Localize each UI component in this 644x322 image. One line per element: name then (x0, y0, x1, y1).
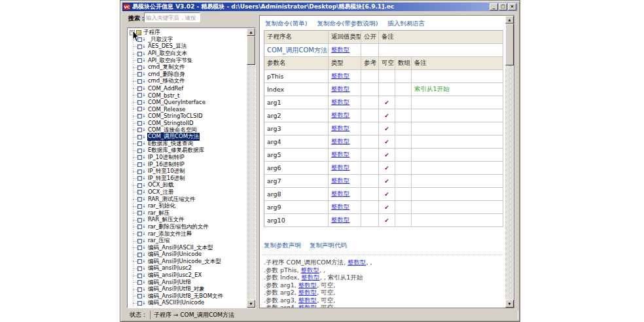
code-type-link[interactable]: 整数型 (301, 266, 320, 274)
tree-scrollbar[interactable] (247, 28, 255, 308)
down-arrow-icon (142, 79, 146, 84)
code-text: .参数 Index, (264, 274, 301, 281)
param-row: arg9 整数型 ✔ (264, 201, 503, 214)
tree-item[interactable]: OCX_卸载 (128, 182, 246, 189)
param-type-link[interactable]: 整数型 (331, 98, 350, 107)
tree-item[interactable]: cmd_移动文件 (128, 78, 246, 85)
copy-command-simple-link[interactable]: 复制命令(简单) (265, 20, 307, 28)
down-arrow-icon (142, 58, 146, 63)
insert-to-elang-link[interactable]: 插入到易语言 (387, 20, 425, 28)
return-type-link[interactable]: 整数型 (331, 46, 350, 54)
nullable-check-icon: ✔ (379, 149, 395, 162)
tree-item[interactable]: IP_16进制转IP (128, 161, 246, 168)
panel-scrollbar[interactable] (505, 16, 514, 308)
command-toolbar: 复制命令(简单) 复制命令(带参数说明) 插入到易语言 (265, 20, 425, 28)
panel-scrollbar-thumb[interactable] (505, 24, 514, 65)
tree-branch-line (133, 276, 137, 276)
tree-branch-line (133, 247, 137, 248)
tree-item[interactable]: COM_StringToCLSID (128, 113, 246, 120)
tree-item[interactable]: cmd_删除自身 (128, 71, 246, 79)
param-type-cell: 整数型 (329, 201, 361, 214)
panel-scroll-down-icon[interactable] (505, 300, 514, 308)
param-type-link[interactable]: 整数型 (331, 85, 350, 94)
down-arrow-icon (142, 170, 146, 174)
param-byref (361, 109, 379, 122)
down-arrow-icon (142, 135, 146, 139)
param-type-link[interactable]: 整数型 (331, 164, 350, 172)
down-arrow-icon (142, 114, 146, 118)
code-line: .参数 arg2, 整数型, 可空, (264, 289, 372, 296)
maximize-button[interactable]: □ (499, 3, 507, 10)
tree-item-label: COM_AddRef (147, 85, 184, 92)
collapse-icon[interactable]: − (130, 30, 135, 35)
panel-scroll-up-icon[interactable] (505, 16, 514, 24)
tree-item[interactable]: rar_初始化 (128, 203, 246, 210)
code-type-link[interactable]: 整数型 (298, 289, 317, 296)
copy-param-declaration-link[interactable]: 复制参数声明 (264, 241, 301, 250)
param-type-link[interactable]: 整数型 (331, 124, 350, 133)
param-type-link[interactable]: 整数型 (331, 72, 350, 80)
tree-item[interactable]: rar_解压 (128, 209, 246, 217)
scroll-up-icon[interactable] (247, 28, 255, 36)
close-button[interactable]: × (508, 3, 516, 10)
search-input[interactable] (144, 12, 200, 22)
nullable-check-icon: ✔ (379, 122, 395, 135)
tree-item[interactable]: COM_AddRef (128, 85, 246, 92)
tree-item[interactable]: COM_Release (128, 106, 246, 113)
tree-item[interactable]: COM_QueryInterface (128, 99, 246, 106)
app-icon: VC (124, 4, 130, 10)
tree-item[interactable]: RAR_测试压缩文件 (128, 196, 246, 203)
tree-item[interactable]: IP_转至10进制 (128, 168, 246, 175)
param-name: Index (264, 83, 329, 96)
tree-item[interactable]: IP_10进制转IP (128, 154, 246, 162)
detail-panel: 复制命令(简单) 复制命令(带参数说明) 插入到易语言 子程序名 返回值类型 公… (259, 15, 514, 308)
param-type-link[interactable]: 整数型 (331, 203, 350, 211)
down-arrow-icon (142, 128, 146, 132)
tree-branch-line (133, 261, 137, 262)
param-type-cell: 整数型 (329, 109, 361, 122)
minimize-button[interactable]: _ (490, 3, 498, 10)
tree-item[interactable]: E数据库_修复易数据库 (128, 147, 246, 154)
subroutine-icon (137, 93, 142, 98)
tree-branch-line (133, 74, 137, 75)
tree-item[interactable]: rar_添加文件注释 (128, 230, 246, 238)
tree-root[interactable]: − 子程序 (128, 29, 246, 37)
subroutine-icon (137, 280, 142, 285)
param-type-link[interactable]: 整数型 (331, 137, 350, 146)
code-type-link[interactable]: 整数型 (298, 281, 317, 289)
param-type-link[interactable]: 整数型 (331, 151, 350, 159)
param-rows: pThis 整数型 Index 整数型 索引从1开始 (264, 70, 503, 227)
tree-item[interactable]: COM_bstr_t (128, 92, 246, 99)
subroutine-icon (137, 128, 142, 132)
down-arrow-icon (142, 162, 146, 167)
tree-item[interactable]: 编码_ASCII到Unicode (128, 300, 246, 307)
param-type-link[interactable]: 整数型 (331, 177, 350, 185)
code-text: .参数 arg4, (264, 304, 298, 308)
code-type-link[interactable]: 整数型 (301, 274, 320, 281)
copy-declaration-code-link[interactable]: 复制声明代码 (310, 241, 347, 250)
param-type-link[interactable]: 整数型 (331, 111, 350, 120)
param-note (412, 149, 503, 162)
tree-branch-line (133, 95, 137, 96)
tree-item[interactable]: API_取空白字节集 (128, 57, 246, 64)
tree-branch-line (133, 282, 137, 283)
down-arrow-icon (142, 107, 146, 111)
down-arrow-icon (142, 190, 146, 194)
subroutine-name[interactable]: COM_调用COM方法 (264, 44, 329, 57)
param-type-link[interactable]: 整数型 (331, 190, 350, 198)
code-type-link[interactable]: 整数型 (298, 296, 317, 304)
tree-scrollbar-thumb[interactable] (247, 36, 255, 65)
param-type-link[interactable]: 整数型 (331, 216, 350, 224)
tree-branch-line (133, 296, 137, 296)
subroutine-icon (137, 149, 142, 153)
code-type-link[interactable]: 整数型 (348, 259, 367, 266)
tree-item[interactable]: cmd_复制文件 (128, 64, 246, 71)
tree-item[interactable]: IP_转至16进制 (128, 175, 246, 182)
copy-command-with-params-link[interactable]: 复制命令(带参数说明) (317, 20, 378, 28)
scroll-down-icon[interactable] (247, 300, 255, 308)
code-type-link[interactable]: 整数型 (298, 304, 317, 308)
down-arrow-icon (142, 37, 146, 42)
subroutine-icon (137, 259, 142, 264)
param-type-cell: 整数型 (329, 162, 361, 175)
titlebar[interactable]: VC 易模块公开信息 V3.02 - 精易模块 - d:\Users\Admin… (122, 3, 518, 11)
